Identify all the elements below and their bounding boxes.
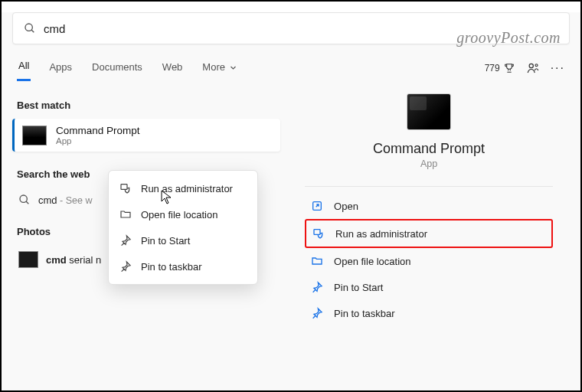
rewards-badge[interactable]: 779 <box>485 62 515 74</box>
pin-icon <box>311 281 323 293</box>
best-match-title: Command Prompt <box>56 125 140 136</box>
best-match-item[interactable]: Command Prompt App <box>12 119 280 152</box>
svg-point-2 <box>529 64 533 67</box>
trophy-icon <box>503 62 515 74</box>
ctx-pin-to-start[interactable]: Pin to Start <box>109 227 257 253</box>
folder-icon <box>311 255 323 267</box>
start-search-window: cmd groovyPost.com All Apps Documents We… <box>2 12 580 392</box>
action-open-label: Open <box>334 201 358 212</box>
chevron-down-icon <box>230 64 237 71</box>
filter-tabs: All Apps Documents Web More 779 ··· <box>2 51 580 81</box>
ctx-open-file-location[interactable]: Open file location <box>109 201 257 227</box>
more-options-button[interactable]: ··· <box>551 61 565 75</box>
tab-all[interactable]: All <box>17 55 31 81</box>
ctx-pin-to-taskbar[interactable]: Pin to taskbar <box>109 253 257 279</box>
action-list: Open Run as administrator Open file loca… <box>305 193 553 326</box>
svg-line-5 <box>26 201 28 204</box>
preview-pane: Command Prompt App Open Run as administr… <box>288 81 570 326</box>
web-result-suffix: - See w <box>57 195 93 206</box>
best-match-heading: Best match <box>12 95 280 119</box>
web-result-term: cmd <box>38 194 57 206</box>
folder-icon <box>119 208 132 220</box>
search-icon <box>24 22 36 34</box>
ctx-pin-to-start-label: Pin to Start <box>141 235 190 247</box>
tab-apps[interactable]: Apps <box>47 57 74 80</box>
preview-app-icon <box>407 93 451 130</box>
svg-rect-8 <box>121 185 127 190</box>
command-prompt-icon <box>22 126 47 145</box>
search-icon <box>18 194 31 206</box>
shield-admin-icon <box>119 182 132 194</box>
cursor-icon <box>161 190 173 205</box>
photo-result-rest: serial n <box>67 254 102 266</box>
action-run-as-admin[interactable]: Run as administrator <box>305 219 553 248</box>
ctx-run-as-admin[interactable]: Run as administrator <box>109 175 257 201</box>
search-input-value: cmd <box>44 22 65 35</box>
photo-result-term: cmd <box>46 254 67 266</box>
tab-web[interactable]: Web <box>161 57 185 80</box>
pin-icon <box>311 307 323 319</box>
svg-point-4 <box>20 195 27 202</box>
ctx-pin-to-taskbar-label: Pin to taskbar <box>141 261 202 273</box>
svg-point-3 <box>535 64 538 67</box>
ctx-open-file-location-label: Open file location <box>141 209 217 220</box>
action-run-as-admin-label: Run as administrator <box>335 228 427 240</box>
divider <box>305 186 553 187</box>
tab-documents[interactable]: Documents <box>90 57 144 80</box>
photo-thumb-icon <box>18 251 38 268</box>
action-pin-to-taskbar-label: Pin to taskbar <box>334 308 395 319</box>
rewards-points: 779 <box>485 63 500 74</box>
preview-title: Command Prompt <box>373 141 485 157</box>
svg-rect-7 <box>314 230 320 235</box>
best-match-subtitle: App <box>56 136 140 145</box>
open-icon <box>311 200 323 212</box>
tab-more[interactable]: More <box>201 57 237 80</box>
action-open[interactable]: Open <box>305 193 553 219</box>
tab-more-label: More <box>202 61 225 73</box>
shield-admin-icon <box>312 227 325 240</box>
preview-subtitle: App <box>420 158 437 169</box>
action-pin-to-start[interactable]: Pin to Start <box>305 274 553 300</box>
action-pin-to-taskbar[interactable]: Pin to taskbar <box>305 300 553 326</box>
action-pin-to-start-label: Pin to Start <box>334 282 383 293</box>
svg-line-1 <box>31 30 34 32</box>
pin-icon <box>119 260 132 273</box>
context-menu: Run as administrator Open file location … <box>108 170 258 285</box>
pin-icon <box>119 234 132 247</box>
watermark-text: groovyPost.com <box>456 29 561 47</box>
ctx-run-as-admin-label: Run as administrator <box>141 183 233 194</box>
action-open-file-location-label: Open file location <box>334 256 410 267</box>
svg-point-0 <box>25 24 32 31</box>
action-open-file-location[interactable]: Open file location <box>305 248 553 274</box>
account-icon[interactable] <box>526 61 540 75</box>
